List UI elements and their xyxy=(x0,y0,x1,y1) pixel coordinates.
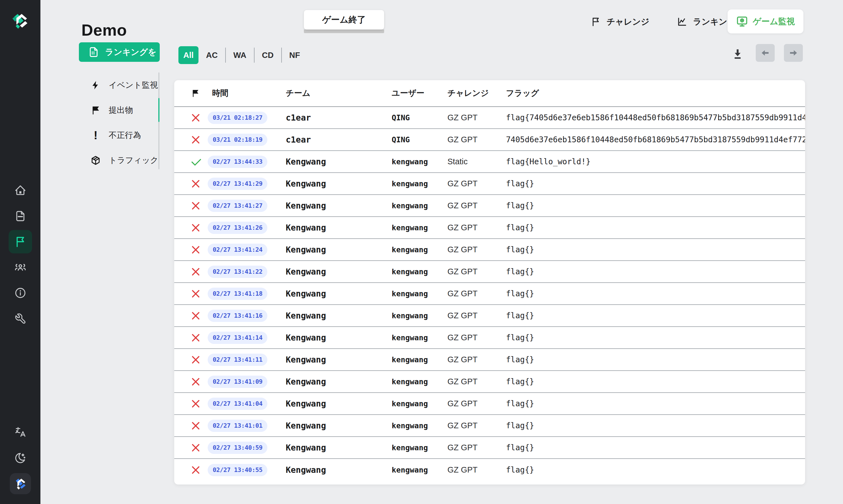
submission-flag: flag{} xyxy=(506,223,805,232)
table-row: 02/27 13:44:33 Kengwang kengwang Static … xyxy=(174,151,805,173)
submission-team: Kengwang xyxy=(286,201,392,211)
flag-icon xyxy=(590,16,601,27)
submission-challenge: GZ GPT xyxy=(447,355,506,364)
submenu-submissions-active[interactable]: 提出物 xyxy=(90,102,133,119)
table-row: 02/27 13:41:09 Kengwang kengwang GZ GPT … xyxy=(174,371,805,393)
submission-user: kengwang xyxy=(392,201,447,210)
wrong-icon xyxy=(191,201,201,211)
submenu-traffic[interactable]: トラフィック xyxy=(90,152,158,169)
game-status: ゲーム終了 xyxy=(304,10,384,33)
submission-time-badge: 02/27 13:41:26 xyxy=(208,222,267,234)
submission-user: kengwang xyxy=(392,333,447,342)
table-row: 02/27 13:41:04 Kengwang kengwang GZ GPT … xyxy=(174,393,805,415)
submission-time-badge: 02/27 13:40:55 xyxy=(208,464,267,476)
submission-flag: flag{Hello_world!} xyxy=(506,157,805,166)
wrong-icon xyxy=(191,289,201,299)
sidebar-teams-button[interactable] xyxy=(0,261,40,274)
wrong-icon xyxy=(191,135,201,145)
sidebar-monitor-button-active[interactable] xyxy=(0,230,40,253)
tab-filter-all-active[interactable]: All xyxy=(178,46,199,64)
submission-status xyxy=(191,245,208,254)
column-header-user: ユーザー xyxy=(392,88,447,99)
nav-ranking[interactable]: ランキング xyxy=(677,15,736,29)
sidebar-admin-button[interactable] xyxy=(0,312,40,325)
app-logo-icon[interactable] xyxy=(0,11,40,32)
sidebar-about-button[interactable] xyxy=(0,287,40,299)
next-page-button[interactable] xyxy=(784,44,803,62)
submission-challenge: GZ GPT xyxy=(447,311,506,320)
wrong-icon xyxy=(191,421,201,431)
submission-flag: flag{} xyxy=(506,377,805,386)
wrong-icon xyxy=(191,245,201,254)
submission-user: kengwang xyxy=(392,311,447,320)
submission-user: kengwang xyxy=(392,157,447,166)
submission-flag: flag{} xyxy=(506,201,805,210)
user-avatar[interactable] xyxy=(0,473,40,494)
nav-challenges[interactable]: チャレンジ xyxy=(590,15,650,29)
wrong-icon xyxy=(191,333,201,342)
submission-team: Kengwang xyxy=(286,421,392,431)
tab-filter-wa[interactable]: WA xyxy=(226,51,254,60)
submission-challenge: GZ GPT xyxy=(447,179,506,188)
submission-time-badge: 03/21 02:18:19 xyxy=(208,134,267,146)
wrong-icon xyxy=(191,399,201,409)
submission-status xyxy=(191,355,208,364)
previous-page-button[interactable] xyxy=(756,44,775,62)
wrong-icon xyxy=(191,267,201,276)
submission-flag: flag{} xyxy=(506,355,805,364)
submission-status xyxy=(191,223,208,233)
submission-status xyxy=(191,113,208,123)
flag-icon xyxy=(14,235,27,248)
sidebar-posts-button[interactable] xyxy=(0,210,40,222)
flag-column-icon xyxy=(191,89,208,98)
submission-user: kengwang xyxy=(392,355,447,364)
submission-user: kengwang xyxy=(392,267,447,276)
tab-filter-cd[interactable]: CD xyxy=(255,51,281,60)
submission-table-body: 03/21 02:18:27 c1ear QING GZ GPT flag{74… xyxy=(174,107,805,481)
submission-time-badge: 02/27 13:41:22 xyxy=(208,266,267,278)
nav-game-monitor-active[interactable]: ゲーム監視 xyxy=(727,10,804,33)
wrench-icon xyxy=(14,312,27,325)
table-row: 02/27 13:41:29 Kengwang kengwang GZ GPT … xyxy=(174,173,805,195)
language-icon xyxy=(14,426,27,438)
package-icon xyxy=(90,155,102,166)
submission-challenge: GZ GPT xyxy=(447,465,506,474)
submission-flag: flag{7405d6e37e6eb1586f10448ed50fb681869… xyxy=(506,113,805,122)
submission-challenge: GZ GPT xyxy=(447,245,506,254)
tab-filter-nf[interactable]: NF xyxy=(282,51,308,60)
tab-filter-ac[interactable]: AC xyxy=(199,51,225,60)
submission-flag: flag{} xyxy=(506,311,805,320)
submission-user: kengwang xyxy=(392,466,447,474)
submission-time-badge: 02/27 13:40:59 xyxy=(208,442,267,454)
submenu-submissions-label: 提出物 xyxy=(109,105,133,116)
language-switch-button[interactable] xyxy=(0,426,40,438)
column-header-flag: フラッグ xyxy=(506,88,805,99)
table-row: 02/27 13:41:11 Kengwang kengwang GZ GPT … xyxy=(174,349,805,371)
file-spreadsheet-icon xyxy=(88,46,100,58)
submenu-cheat-info[interactable]: ! 不正行為 xyxy=(90,127,141,144)
submission-team: Kengwang xyxy=(286,377,392,386)
submission-team: Kengwang xyxy=(286,289,392,299)
wrong-icon xyxy=(191,223,201,233)
download-ranking-button[interactable]: ランキングを xyxy=(79,42,160,62)
download-ranking-label: ランキングを xyxy=(105,47,156,58)
submission-time-badge: 03/21 02:18:27 xyxy=(208,112,267,124)
submission-team: c1ear xyxy=(286,113,392,123)
submission-flag: flag{} xyxy=(506,179,805,188)
sidebar-home-button[interactable] xyxy=(0,184,40,197)
submenu-event-monitor[interactable]: イベント監視 xyxy=(90,77,158,93)
submissions-card: 時間 チーム ユーザー チャレンジ フラッグ 03/21 02:18:27 c1… xyxy=(174,80,805,485)
download-submissions-button[interactable] xyxy=(730,47,745,61)
submission-challenge: GZ GPT xyxy=(447,201,506,210)
submission-challenge: GZ GPT xyxy=(447,267,506,276)
submission-status xyxy=(191,201,208,211)
table-row: 02/27 13:41:27 Kengwang kengwang GZ GPT … xyxy=(174,195,805,217)
wrong-icon xyxy=(191,465,201,475)
submission-time-badge: 02/27 13:41:09 xyxy=(208,376,267,388)
table-row: 02/27 13:41:26 Kengwang kengwang GZ GPT … xyxy=(174,217,805,239)
submenu-traffic-label: トラフィック xyxy=(109,155,158,166)
submission-time-badge: 02/27 13:41:01 xyxy=(208,420,267,432)
submission-challenge: GZ GPT xyxy=(447,399,506,408)
dark-mode-toggle[interactable] xyxy=(0,452,40,464)
submission-challenge: GZ GPT xyxy=(447,135,506,144)
